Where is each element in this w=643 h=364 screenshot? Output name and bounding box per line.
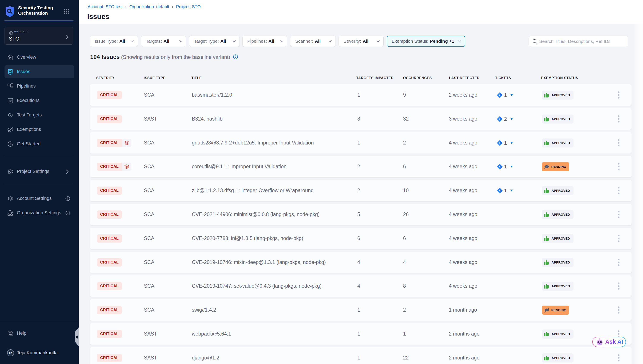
svg-text:?: ? <box>9 332 11 334</box>
